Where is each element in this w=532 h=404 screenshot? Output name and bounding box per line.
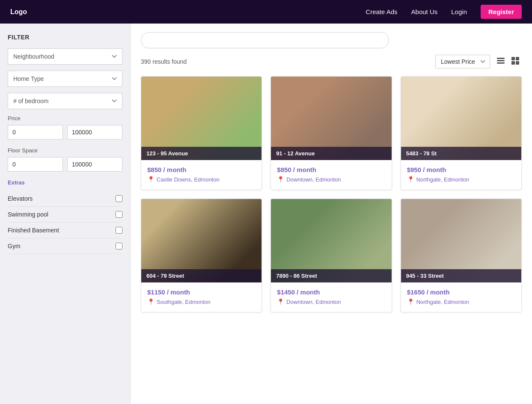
location-pin-icon: 📍 bbox=[407, 176, 414, 183]
property-location-text: Southgate, Edmonton bbox=[157, 299, 211, 305]
property-location-text: Downtown, Edmonton bbox=[286, 299, 341, 305]
property-image-wrap: 123 - 95 Avenue bbox=[141, 77, 262, 160]
property-address-badge: 7890 - 86 Street bbox=[271, 269, 391, 282]
property-location: 📍 Northgate, Edmonton bbox=[407, 176, 515, 183]
view-toggle bbox=[494, 54, 522, 68]
price-min-input[interactable] bbox=[8, 125, 63, 140]
property-location-text: Castle Downs, Edmonton bbox=[157, 176, 220, 183]
list-view-button[interactable] bbox=[494, 54, 507, 68]
floorspace-section: Floor Space bbox=[8, 147, 122, 172]
property-address-badge: 5483 - 78 St bbox=[401, 147, 521, 160]
property-price: $1650 / month bbox=[407, 288, 515, 296]
swimming-pool-checkbox[interactable] bbox=[116, 211, 122, 218]
nav-about-us[interactable]: About Us bbox=[411, 8, 438, 15]
main-layout: FILTER Neighbourhood Home Type # of bedr… bbox=[0, 24, 532, 404]
property-address-badge: 91 - 12 Avenue bbox=[271, 147, 391, 160]
property-image-wrap: 945 - 33 Street bbox=[401, 199, 521, 282]
results-count: 390 results found bbox=[141, 58, 187, 65]
property-price: $1450 / month bbox=[277, 288, 385, 296]
property-info: $850 / month 📍 Castle Downs, Edmonton bbox=[141, 160, 262, 190]
property-image-wrap: 7890 - 86 Street bbox=[271, 199, 391, 282]
property-price: $950 / month bbox=[407, 166, 515, 173]
svg-rect-6 bbox=[516, 61, 519, 65]
location-pin-icon: 📍 bbox=[277, 176, 284, 183]
property-address-badge: 123 - 95 Avenue bbox=[141, 147, 262, 160]
property-info: $850 / month 📍 Downtown, Edmonton bbox=[271, 160, 391, 190]
finished-basement-checkbox[interactable] bbox=[116, 227, 122, 234]
property-info: $1650 / month 📍 Northgate, Edmonton bbox=[401, 282, 521, 312]
logo: Logo bbox=[10, 8, 27, 16]
property-image-wrap: 5483 - 78 St bbox=[401, 77, 521, 160]
extras-section: Extras Elevators Swimming pool Finished … bbox=[8, 179, 122, 254]
property-info: $950 / month 📍 Northgate, Edmonton bbox=[401, 160, 521, 190]
floorspace-min-input[interactable] bbox=[8, 157, 63, 172]
svg-rect-0 bbox=[497, 58, 505, 59]
filter-title: FILTER bbox=[8, 34, 122, 41]
extra-swimming-pool-label: Swimming pool bbox=[8, 211, 48, 218]
extra-elevators-label: Elevators bbox=[8, 195, 33, 202]
extra-item-swimming-pool: Swimming pool bbox=[8, 207, 122, 223]
extra-item-gym: Gym bbox=[8, 238, 122, 254]
price-max-input[interactable] bbox=[67, 125, 122, 140]
svg-rect-2 bbox=[497, 62, 505, 64]
nav-create-ads[interactable]: Create Ads bbox=[366, 8, 397, 15]
property-card[interactable]: 7890 - 86 Street $1450 / month 📍 Downtow… bbox=[270, 199, 392, 312]
extra-finished-basement-label: Finished Basement bbox=[8, 227, 59, 234]
property-grid: 123 - 95 Avenue $850 / month 📍 Castle Do… bbox=[141, 76, 522, 312]
price-label: Price bbox=[8, 115, 122, 122]
search-input[interactable] bbox=[141, 32, 389, 48]
nav-links: Create Ads About Us Login Register bbox=[366, 5, 522, 19]
property-location: 📍 Southgate, Edmonton bbox=[147, 298, 256, 305]
property-image-wrap: 604 - 79 Street bbox=[141, 199, 262, 282]
property-location: 📍 Downtown, Edmonton bbox=[277, 298, 385, 305]
price-range-inputs bbox=[8, 125, 122, 140]
sidebar: FILTER Neighbourhood Home Type # of bedr… bbox=[0, 24, 131, 404]
location-pin-icon: 📍 bbox=[277, 298, 284, 305]
property-location: 📍 Castle Downs, Edmonton bbox=[147, 176, 256, 183]
search-bar-area bbox=[141, 32, 522, 48]
location-pin-icon: 📍 bbox=[147, 298, 155, 305]
extras-label: Extras bbox=[8, 179, 122, 186]
property-price: $850 / month bbox=[147, 166, 256, 173]
neighbourhood-select[interactable]: Neighbourhood bbox=[8, 48, 122, 65]
property-address-badge: 604 - 79 Street bbox=[141, 269, 262, 282]
nav-login[interactable]: Login bbox=[451, 8, 467, 15]
navbar: Logo Create Ads About Us Login Register bbox=[0, 0, 532, 24]
property-card[interactable]: 123 - 95 Avenue $850 / month 📍 Castle Do… bbox=[141, 76, 262, 190]
sort-select[interactable]: Lowest Price Highest Price Newest bbox=[435, 55, 490, 68]
property-card[interactable]: 91 - 12 Avenue $850 / month 📍 Downtown, … bbox=[270, 76, 392, 190]
extra-gym-label: Gym bbox=[8, 243, 21, 250]
property-card[interactable]: 945 - 33 Street $1650 / month 📍 Northgat… bbox=[401, 199, 522, 312]
svg-rect-5 bbox=[511, 61, 515, 65]
property-location-text: Northgate, Edmonton bbox=[416, 176, 470, 183]
property-info: $1150 / month 📍 Southgate, Edmonton bbox=[141, 282, 262, 312]
property-info: $1450 / month 📍 Downtown, Edmonton bbox=[271, 282, 391, 312]
main-content: 390 results found Lowest Price Highest P… bbox=[131, 24, 532, 404]
svg-rect-4 bbox=[516, 57, 519, 60]
property-price: $1150 / month bbox=[147, 288, 256, 296]
bedroom-select[interactable]: # of bedroom bbox=[8, 93, 122, 109]
register-button[interactable]: Register bbox=[481, 5, 522, 19]
floorspace-max-input[interactable] bbox=[67, 157, 122, 172]
property-card[interactable]: 604 - 79 Street $1150 / month 📍 Southgat… bbox=[141, 199, 262, 312]
property-price: $850 / month bbox=[277, 166, 385, 173]
price-section: Price bbox=[8, 115, 122, 140]
grid-view-button[interactable] bbox=[509, 54, 522, 68]
extra-item-finished-basement: Finished Basement bbox=[8, 223, 122, 238]
property-location-text: Northgate, Edmonton bbox=[416, 299, 470, 305]
svg-rect-3 bbox=[511, 57, 515, 60]
extra-item-elevators: Elevators bbox=[8, 191, 122, 207]
gym-checkbox[interactable] bbox=[116, 243, 122, 250]
home-type-select[interactable]: Home Type bbox=[8, 71, 122, 87]
property-image-wrap: 91 - 12 Avenue bbox=[271, 77, 391, 160]
sort-controls: Lowest Price Highest Price Newest bbox=[435, 54, 522, 68]
property-card[interactable]: 5483 - 78 St $950 / month 📍 Northgate, E… bbox=[401, 76, 522, 190]
property-location: 📍 Northgate, Edmonton bbox=[407, 298, 515, 305]
property-location: 📍 Downtown, Edmonton bbox=[277, 176, 385, 183]
floorspace-range-inputs bbox=[8, 157, 122, 172]
floorspace-label: Floor Space bbox=[8, 147, 122, 154]
location-pin-icon: 📍 bbox=[147, 176, 155, 183]
svg-rect-1 bbox=[497, 60, 505, 62]
elevators-checkbox[interactable] bbox=[116, 195, 122, 202]
property-address-badge: 945 - 33 Street bbox=[401, 269, 521, 282]
